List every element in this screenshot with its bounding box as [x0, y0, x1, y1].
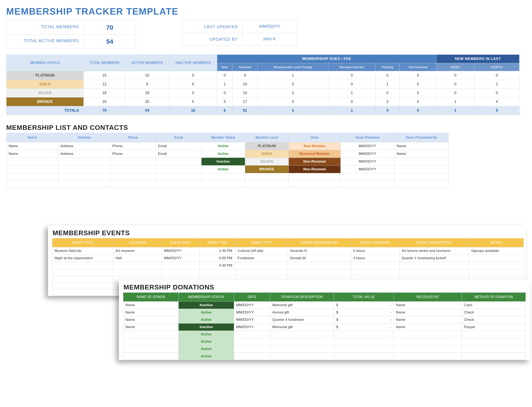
level-cell: 0 [436, 71, 474, 80]
level-cell: 18 [84, 89, 125, 97]
contacts-cell [201, 180, 245, 188]
contacts-cell [110, 180, 156, 188]
level-cell: 4 [474, 97, 519, 106]
page-title: MEMBERSHIP TRACKER TEMPLATE [6, 6, 528, 17]
contacts-cell [156, 180, 201, 188]
contacts-cell [289, 173, 340, 180]
level-name: SILVER [7, 89, 84, 97]
level-cell: 15 [84, 71, 125, 80]
total-members-label: TOTAL MEMBERS [7, 21, 84, 34]
contacts-header: Dues Received [340, 133, 394, 142]
level-cell: 2 [258, 89, 328, 97]
totals-cell: 70 [84, 106, 125, 115]
active-members-label: TOTAL ACTIVE MEMBERS [7, 35, 84, 48]
totals-cell: 4 [375, 106, 400, 115]
level-cell: 6 [169, 80, 217, 89]
contacts-row [7, 173, 448, 180]
level-name: PLATINUM [7, 71, 84, 80]
contacts-header: Dues [289, 133, 340, 142]
level-cell: 0 [436, 80, 474, 89]
contacts-header: Member Status [201, 133, 245, 142]
contacts-table: NameAddressPhoneEmailMember StatusMember… [6, 133, 448, 188]
contacts-cell [58, 173, 110, 180]
member-level: SILVER [245, 158, 289, 165]
totals-cell: 0 [400, 106, 436, 115]
contacts-cell [245, 180, 289, 188]
level-cell: 10 [125, 71, 169, 80]
level-cell: 5 [217, 97, 232, 106]
contacts-row: InactiveSILVERNon-RenewalMM/DD/YY [7, 158, 448, 165]
contacts-cell [201, 173, 245, 180]
dues-received: MM/DD/YY [340, 142, 394, 150]
summary-updates: LAST UPDATED MM/DD/YY UPDATED BY John K. [182, 20, 297, 49]
totals-cell: 16 [169, 106, 217, 115]
member-status: Active [201, 150, 245, 158]
contacts-header: Name [7, 133, 58, 142]
level-cell: 0 [400, 97, 436, 106]
last-updated-value: MM/DD/YY [243, 21, 297, 33]
level-cell: 0 [375, 89, 400, 97]
level-cell: 9 [232, 71, 258, 80]
hdr-dues-group: MEMBERSHIP DUES / FEE [217, 55, 436, 63]
level-cell: 5 [169, 97, 217, 106]
contacts-cell [7, 158, 58, 165]
contacts-cell [58, 165, 110, 173]
totals-cell: 6 [217, 106, 232, 115]
contacts-cell: Address [58, 150, 110, 158]
level-cell: 6 [125, 80, 169, 89]
contacts-row: NameAddressPhoneEmailActivePLATINUMNew M… [7, 142, 448, 150]
contacts-row: NameAddressPhoneEmailActiveGOLDRenewed M… [7, 150, 448, 158]
dues-processed-by: Name [394, 150, 448, 158]
member-dues: Renewed Member [289, 150, 340, 158]
contacts-cell [156, 173, 201, 180]
totals-label: TOTALS [7, 106, 84, 115]
level-cell: 1 [436, 97, 474, 106]
member-dues: Non-Renewal [289, 158, 340, 165]
member-status: Inactive [201, 158, 245, 165]
totals-cell: 5 [474, 106, 519, 115]
contacts-cell [58, 158, 110, 165]
level-cell: 1 [217, 80, 232, 89]
contacts-cell [7, 173, 58, 180]
level-cell: 0 [375, 71, 400, 80]
level-cell: 1 [328, 89, 375, 97]
level-cell: 3 [375, 97, 400, 106]
hdr-dues-sub: New [217, 63, 232, 71]
contacts-cell [7, 180, 58, 188]
totals-cell: 51 [232, 106, 258, 115]
last-updated-label: LAST UPDATED [182, 21, 243, 33]
hdr-member-levels: MEMBER LEVELS [7, 55, 84, 71]
hdr-dues-sub: Renewal Overdue [328, 63, 375, 71]
dues-processed-by: Name [394, 142, 448, 150]
member-level: BRONZE [245, 165, 289, 173]
contacts-header: Dues Processed By [394, 133, 448, 142]
level-row: SILVER18180015210000 [7, 89, 519, 97]
level-row: GOLD1266110001001 [7, 80, 519, 89]
level-cell: 0 [400, 71, 436, 80]
level-cell: 20 [125, 97, 169, 106]
contacts-cell [7, 165, 58, 173]
member-status: Active [201, 165, 245, 173]
level-cell: 0 [400, 89, 436, 97]
contacts-header: Address [58, 133, 110, 142]
dues-processed-by [394, 158, 448, 165]
contacts-cell [156, 165, 201, 173]
level-cell: 0 [217, 89, 232, 97]
level-cell: 0 [474, 89, 519, 97]
contacts-cell [58, 180, 110, 188]
level-cell: 17 [232, 97, 258, 106]
level-cell: 1 [258, 71, 328, 80]
member-dues: Non-Renewal [289, 165, 340, 173]
contacts-header: Member Level [245, 133, 289, 142]
contacts-cell [110, 173, 156, 180]
hdr-active: ACTIVE MEMBERS [125, 55, 169, 71]
level-cell: 5 [169, 71, 217, 80]
contacts-cell: Address [58, 142, 110, 150]
totals-cell: 3 [258, 106, 328, 115]
contacts-cell [110, 165, 156, 173]
level-cell: 10 [232, 80, 258, 89]
contacts-cell [110, 158, 156, 165]
level-name: GOLD [7, 80, 84, 89]
hdr-inactive: INACTIVE MEMBERS [169, 55, 217, 71]
total-members-value: 70 [84, 21, 136, 34]
